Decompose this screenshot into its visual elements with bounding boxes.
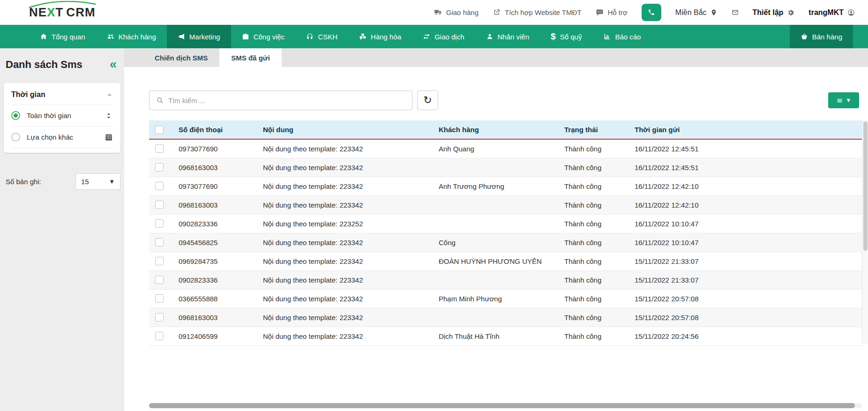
cell-status: Thành công bbox=[561, 214, 632, 233]
cell-customer bbox=[436, 214, 561, 233]
logo-swoosh bbox=[27, 1, 97, 8]
cell-content: Nội dung theo template: 223342 bbox=[260, 158, 436, 177]
cell-customer: Phạm Minh Phương bbox=[436, 289, 561, 308]
cell-status: Thành công bbox=[561, 158, 632, 177]
cell-content: Nội dung theo template: 223252 bbox=[260, 214, 436, 233]
radio-all-time[interactable] bbox=[11, 111, 20, 120]
records-per-page-select[interactable]: 15 ▼ bbox=[75, 173, 120, 190]
select-all-checkbox[interactable] bbox=[155, 126, 164, 134]
cell-content: Nội dung theo template: 223342 bbox=[260, 252, 436, 270]
horizontal-scrollbar[interactable] bbox=[149, 403, 862, 408]
nav-item-chart[interactable]: Báo cáo bbox=[592, 25, 651, 48]
row-checkbox[interactable] bbox=[155, 219, 164, 228]
filter-option-custom-range[interactable]: Lựa chọn khác bbox=[11, 126, 113, 148]
sms-table: Số điện thoại Nội dung Khách hàng Trạng … bbox=[149, 120, 862, 346]
row-checkbox[interactable] bbox=[155, 313, 164, 321]
table-row: 0968163003 Nội dung theo template: 22334… bbox=[149, 308, 862, 327]
settings-label: Thiết lập bbox=[753, 8, 784, 17]
table-row: 0973077690 Nội dung theo template: 22334… bbox=[149, 177, 862, 195]
col-header-content: Nội dung bbox=[260, 120, 436, 139]
row-checkbox[interactable] bbox=[155, 144, 164, 153]
nav-item-megaphone[interactable]: Marketing bbox=[167, 25, 231, 48]
row-checkbox[interactable] bbox=[155, 182, 164, 190]
radio-custom-range[interactable] bbox=[11, 133, 20, 142]
basket-icon bbox=[801, 33, 808, 40]
nav-item-boxes[interactable]: Hàng hóa bbox=[348, 25, 412, 48]
nav-item-label: Marketing bbox=[189, 33, 220, 41]
main-nav: Tổng quan Khách hàng Marketing Công việc… bbox=[0, 25, 868, 48]
row-checkbox[interactable] bbox=[155, 294, 164, 303]
cell-status: Thành công bbox=[561, 289, 632, 308]
refresh-button[interactable]: ↻ bbox=[417, 90, 438, 110]
cell-content: Nội dung theo template: 223342 bbox=[260, 308, 436, 327]
vertical-scrollbar-thumb[interactable] bbox=[863, 121, 868, 251]
table-row: 0973077690 Nội dung theo template: 22334… bbox=[149, 139, 862, 158]
nav-item-dollar[interactable]: $ Sổ quỹ bbox=[540, 25, 592, 48]
search-icon bbox=[156, 97, 164, 104]
col-header-customer: Khách hàng bbox=[436, 120, 561, 139]
row-checkbox[interactable] bbox=[155, 163, 164, 172]
cell-status: Thành công bbox=[561, 233, 632, 252]
nav-item-briefcase[interactable]: Công việc bbox=[231, 25, 296, 48]
cell-content: Nội dung theo template: 223342 bbox=[260, 327, 436, 345]
cell-status: Thành công bbox=[561, 252, 632, 270]
table-row: 0902823336 Nội dung theo template: 22325… bbox=[149, 214, 862, 233]
cell-customer bbox=[436, 308, 561, 327]
time-filter-header[interactable]: Thời gian bbox=[11, 85, 113, 105]
topbar-link[interactable]: Tích hợp Website TMĐT bbox=[493, 8, 582, 16]
tab-sms-sent[interactable]: SMS đã gửi bbox=[219, 48, 282, 67]
refresh-icon: ↻ bbox=[423, 95, 432, 105]
user-menu[interactable]: trangMKT bbox=[808, 8, 855, 17]
nav-item-exchange[interactable]: Giao dịch bbox=[412, 25, 475, 48]
cell-status: Thành công bbox=[561, 195, 632, 214]
region-selector[interactable]: Miền Bắc bbox=[675, 8, 718, 17]
cell-phone: 0902823336 bbox=[176, 270, 260, 289]
horizontal-scrollbar-thumb[interactable] bbox=[149, 403, 855, 408]
nav-item-headset[interactable]: CSKH bbox=[295, 25, 348, 48]
row-checkbox[interactable] bbox=[155, 332, 164, 340]
cell-status: Thành công bbox=[561, 270, 632, 289]
row-checkbox[interactable] bbox=[155, 257, 164, 265]
row-checkbox[interactable] bbox=[155, 276, 164, 284]
nav-item-users[interactable]: Khách hàng bbox=[96, 25, 167, 48]
nav-item-label: CSKH bbox=[318, 33, 337, 41]
settings-link[interactable]: Thiết lập bbox=[753, 8, 795, 17]
sidebar-collapse-icon[interactable]: « bbox=[110, 58, 117, 71]
list-actions-button[interactable]: ▼ bbox=[828, 92, 859, 108]
filter-option-all-time[interactable]: Toàn thời gian bbox=[11, 105, 113, 126]
topbar-link[interactable]: Giao hàng bbox=[434, 8, 479, 16]
row-checkbox[interactable] bbox=[155, 201, 164, 209]
nav-item-label: Công việc bbox=[254, 33, 285, 41]
cell-content: Nội dung theo template: 223342 bbox=[260, 233, 436, 252]
tab-sms-campaigns[interactable]: Chiến dịch SMS bbox=[143, 48, 219, 67]
cell-sent-time: 16/11/2022 12:45:51 bbox=[632, 139, 862, 158]
toolbar: ↻ ▼ bbox=[149, 90, 859, 110]
cell-content: Nội dung theo template: 223342 bbox=[260, 270, 436, 289]
cell-status: Thành công bbox=[561, 327, 632, 345]
cell-sent-time: 15/11/2022 21:33:07 bbox=[632, 270, 862, 289]
cell-content: Nội dung theo template: 223342 bbox=[260, 139, 436, 158]
nav-item-basket[interactable]: Bán hàng bbox=[790, 25, 853, 48]
call-button[interactable] bbox=[642, 4, 661, 21]
external-icon bbox=[493, 8, 501, 16]
mail-icon[interactable] bbox=[732, 9, 739, 16]
content-area: Chiến dịch SMS SMS đã gửi ↻ ▼ bbox=[124, 48, 868, 411]
row-checkbox[interactable] bbox=[155, 238, 164, 247]
table-header-row: Số điện thoại Nội dung Khách hàng Trạng … bbox=[149, 120, 862, 139]
tab-strip: Chiến dịch SMS SMS đã gửi bbox=[124, 48, 868, 67]
search-box bbox=[149, 90, 412, 110]
nav-item-home[interactable]: Tổng quan bbox=[29, 25, 96, 48]
chart-icon bbox=[603, 33, 611, 40]
cell-customer bbox=[436, 195, 561, 214]
cell-content: Nội dung theo template: 223342 bbox=[260, 177, 436, 195]
location-pin-icon bbox=[710, 9, 718, 16]
time-filter-title: Thời gian bbox=[11, 90, 45, 99]
search-input[interactable] bbox=[168, 97, 405, 105]
topbar-link[interactable]: Hỗ trợ bbox=[596, 8, 628, 16]
caret-down-icon: ▼ bbox=[109, 179, 115, 185]
vertical-scrollbar[interactable] bbox=[862, 120, 868, 344]
caret-down-icon: ▼ bbox=[846, 97, 852, 103]
nav-item-person[interactable]: Nhân viên bbox=[475, 25, 540, 48]
nextcrm-logo[interactable]: NEXTCRM bbox=[29, 5, 96, 20]
nav-item-label: Báo cáo bbox=[615, 33, 641, 41]
